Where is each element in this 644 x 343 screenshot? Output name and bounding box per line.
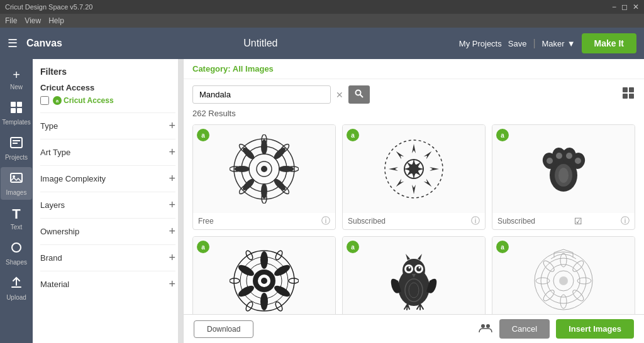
menu-help[interactable]: Help	[48, 16, 64, 25]
cricut-access-badge-6: a	[496, 241, 509, 253]
cricut-access-title: Cricut Access	[40, 83, 175, 92]
cricut-badge-icon: a	[53, 96, 62, 105]
user-icon	[478, 320, 493, 338]
menu-file[interactable]: File	[5, 16, 17, 25]
svg-rect-13	[623, 87, 628, 92]
info-icon-2[interactable]: ⓘ	[471, 215, 480, 227]
sidebar-item-shapes[interactable]: Shapes	[1, 237, 32, 270]
svg-rect-10	[11, 286, 21, 288]
templates-icon	[9, 101, 23, 117]
sidebar-item-images[interactable]: Images	[1, 167, 32, 200]
minimize-button[interactable]: −	[612, 3, 616, 11]
filter-type[interactable]: Type +	[40, 112, 175, 139]
maker-button[interactable]: Maker ▼	[542, 39, 575, 48]
menu-bar: File View Help	[0, 14, 644, 28]
restore-button[interactable]: ◻	[621, 3, 628, 11]
check-icon-3[interactable]: ☑	[574, 216, 582, 226]
svg-point-43	[558, 168, 569, 183]
menu-view[interactable]: View	[25, 16, 41, 25]
filter-art-type[interactable]: Art Type +	[40, 139, 175, 165]
grid-view-button[interactable]	[621, 86, 635, 103]
info-icon-3[interactable]: ⓘ	[621, 215, 630, 227]
svg-rect-1	[17, 102, 22, 107]
svg-point-51	[575, 158, 581, 164]
filters-scrollbar[interactable]	[178, 59, 183, 343]
download-button[interactable]: Download	[194, 320, 253, 338]
cricut-access-checkbox[interactable]	[40, 96, 49, 105]
insert-images-button[interactable]: Insert Images	[556, 319, 634, 339]
image-card-1[interactable]: a	[192, 124, 336, 230]
projects-icon	[9, 136, 23, 153]
image-card-img-2	[343, 125, 485, 213]
search-clear-icon[interactable]: ✕	[336, 90, 343, 100]
close-button[interactable]: ✕	[633, 3, 639, 11]
svg-point-27	[241, 177, 256, 192]
image-card-footer-3: Subscribed ☑ ⓘ	[492, 213, 635, 229]
svg-point-11	[356, 90, 361, 95]
filter-brand-expand-icon: +	[169, 251, 175, 264]
filter-art-type-expand-icon: +	[169, 146, 175, 159]
category-link[interactable]: All Images	[233, 64, 274, 74]
image-card-6[interactable]: a	[492, 236, 635, 314]
window-controls: − ◻ ✕	[612, 3, 639, 11]
make-it-button[interactable]: Make It	[582, 33, 636, 53]
svg-point-58	[260, 251, 268, 269]
filter-layers[interactable]: Layers +	[40, 192, 175, 218]
filter-ownership-expand-icon: +	[169, 225, 175, 238]
canvas-label: Canvas	[26, 38, 62, 49]
svg-point-77	[419, 267, 421, 269]
svg-rect-16	[629, 94, 634, 99]
filter-image-complexity[interactable]: Image Complexity +	[40, 165, 175, 192]
cricut-access-badge-4: a	[197, 241, 209, 253]
title-bar: Cricut Design Space v5.7.20 − ◻ ✕	[0, 0, 644, 14]
image-label-2: Subscribed	[348, 217, 386, 226]
image-card-img-3	[492, 125, 635, 213]
search-button[interactable]	[348, 85, 370, 104]
svg-point-61	[260, 293, 268, 310]
bottom-right-buttons: Cancel Insert Images	[478, 319, 634, 339]
svg-rect-6	[13, 143, 18, 144]
svg-point-92	[541, 259, 556, 273]
filter-ownership[interactable]: Ownership +	[40, 218, 175, 244]
hamburger-menu[interactable]: ☰	[8, 36, 18, 50]
filter-material-expand-icon: +	[169, 278, 175, 291]
text-icon: T	[12, 206, 20, 222]
image-card-5[interactable]: a	[342, 236, 486, 314]
app-title: Cricut Design Space v5.7.20	[5, 3, 92, 11]
svg-rect-0	[11, 102, 16, 107]
search-bar: ✕	[192, 85, 635, 104]
svg-rect-5	[13, 140, 20, 141]
svg-point-85	[560, 253, 567, 267]
images-icon	[9, 171, 23, 188]
svg-point-94	[486, 324, 490, 328]
save-button[interactable]: Save	[508, 39, 527, 48]
info-icon-1[interactable]: ⓘ	[321, 215, 330, 227]
cricut-access-checkbox-row: a Cricut Access	[40, 96, 175, 105]
cancel-button[interactable]: Cancel	[499, 319, 550, 339]
svg-rect-14	[629, 87, 634, 92]
svg-point-88	[571, 288, 586, 303]
image-card-2[interactable]: a	[342, 124, 486, 230]
svg-point-89	[560, 295, 567, 308]
filter-type-expand-icon: +	[169, 119, 175, 133]
sidebar-item-text[interactable]: T Text	[1, 202, 32, 234]
image-card-3[interactable]: a	[492, 124, 635, 230]
svg-point-76	[409, 267, 411, 269]
sidebar-item-templates[interactable]: Templates	[1, 97, 32, 129]
svg-point-69	[245, 249, 254, 261]
my-projects-button[interactable]: My Projects	[459, 39, 502, 48]
filter-brand[interactable]: Brand +	[40, 244, 175, 271]
sidebar-item-upload[interactable]: Upload	[1, 272, 32, 305]
svg-point-87	[577, 278, 591, 284]
doc-title: Untitled	[243, 38, 277, 49]
top-nav-right: My Projects Save | Maker ▼ Make It	[459, 33, 636, 53]
sidebar-item-new[interactable]: + New	[1, 64, 32, 94]
svg-point-64	[274, 249, 284, 261]
filter-material[interactable]: Material +	[40, 271, 175, 297]
image-card-4[interactable]: a	[192, 236, 336, 314]
sidebar-item-projects[interactable]: Projects	[1, 132, 32, 165]
image-label-3: Subscribed	[497, 217, 535, 226]
svg-point-29	[241, 146, 256, 161]
search-input[interactable]	[192, 85, 331, 104]
image-card-img-4	[193, 237, 335, 314]
